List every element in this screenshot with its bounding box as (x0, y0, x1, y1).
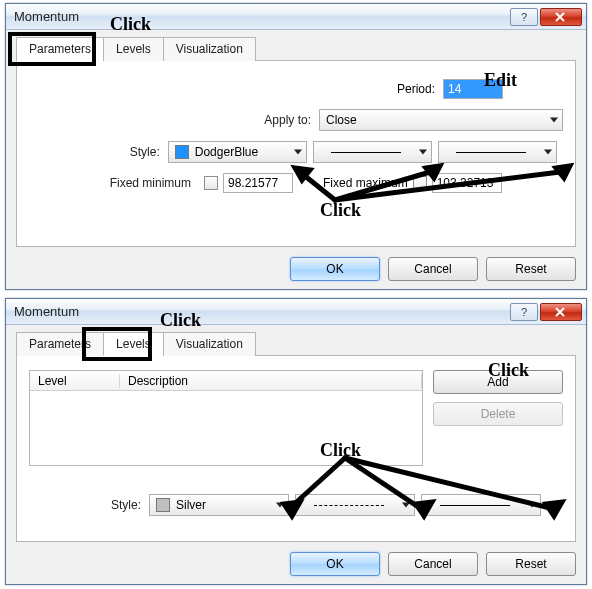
style-label: Style: (29, 498, 149, 512)
close-button[interactable] (540, 303, 582, 321)
period-label: Period: (397, 82, 435, 96)
line-solid-icon (440, 505, 510, 506)
dialog-buttons: OK Cancel Reset (16, 552, 576, 576)
window-title: Momentum (14, 9, 508, 24)
style-color-select[interactable]: DodgerBlue (168, 141, 307, 163)
help-button[interactable]: ? (510, 303, 538, 321)
style-line-width-select[interactable] (438, 141, 557, 163)
chevron-down-icon (402, 503, 410, 508)
momentum-dialog-parameters: Momentum ? Parameters Levels Visualizati… (5, 3, 587, 290)
levels-listview[interactable]: Level Description (29, 370, 423, 466)
close-icon (555, 307, 567, 317)
fixed-max-input[interactable] (432, 173, 502, 193)
reset-button[interactable]: Reset (486, 257, 576, 281)
window-title: Momentum (14, 304, 508, 319)
chevron-down-icon (550, 118, 558, 123)
close-icon (555, 12, 567, 22)
tab-levels[interactable]: Levels (103, 332, 164, 356)
chevron-down-icon (419, 150, 427, 155)
tab-parameters[interactable]: Parameters (16, 37, 104, 61)
chevron-down-icon (276, 503, 284, 508)
cancel-button[interactable]: Cancel (388, 552, 478, 576)
style-color-name: DodgerBlue (195, 145, 258, 159)
tab-bar: Parameters Levels Visualization (16, 36, 576, 61)
fixed-max-checkbox[interactable] (413, 176, 427, 190)
tab-levels[interactable]: Levels (103, 37, 164, 61)
tab-visualization[interactable]: Visualization (163, 37, 256, 61)
title-bar: Momentum ? (6, 299, 586, 325)
style-line-type-select[interactable] (313, 141, 432, 163)
line-solid-icon (331, 152, 401, 153)
ok-button[interactable]: OK (290, 257, 380, 281)
ok-button[interactable]: OK (290, 552, 380, 576)
help-button[interactable]: ? (510, 8, 538, 26)
tab-bar: Parameters Levels Visualization (16, 331, 576, 356)
tab-content-parameters: Period: Apply to: Close Style: DodgerBlu… (16, 61, 576, 247)
apply-to-value: Close (326, 113, 357, 127)
add-button[interactable]: Add (433, 370, 563, 394)
style-line-type-select[interactable] (295, 494, 415, 516)
close-button[interactable] (540, 8, 582, 26)
color-swatch-silver (156, 498, 170, 512)
chevron-down-icon (544, 150, 552, 155)
style-color-select[interactable]: Silver (149, 494, 289, 516)
momentum-dialog-levels: Momentum ? Parameters Levels Visualizati… (5, 298, 587, 585)
chevron-down-icon (294, 150, 302, 155)
chevron-down-icon (528, 503, 536, 508)
line-dashed-icon (314, 505, 384, 506)
levels-header: Level Description (30, 371, 422, 391)
style-line-width-select[interactable] (421, 494, 541, 516)
tab-content-levels: Level Description Add Delete Style: Silv… (16, 356, 576, 542)
delete-button[interactable]: Delete (433, 402, 563, 426)
title-bar: Momentum ? (6, 4, 586, 30)
style-color-name: Silver (176, 498, 206, 512)
fixed-min-checkbox[interactable] (204, 176, 218, 190)
color-swatch-dodgerblue (175, 145, 189, 159)
period-input[interactable] (443, 79, 503, 99)
dialog-buttons: OK Cancel Reset (16, 257, 576, 281)
fixed-min-input[interactable] (223, 173, 293, 193)
tab-visualization[interactable]: Visualization (163, 332, 256, 356)
col-level: Level (30, 374, 120, 388)
line-solid-icon (456, 152, 526, 153)
fixed-min-label: Fixed minimum (29, 176, 199, 190)
col-description: Description (120, 374, 422, 388)
cancel-button[interactable]: Cancel (388, 257, 478, 281)
fixed-max-label: Fixed maximum (323, 176, 408, 190)
apply-to-select[interactable]: Close (319, 109, 563, 131)
reset-button[interactable]: Reset (486, 552, 576, 576)
apply-to-label: Apply to: (29, 113, 319, 127)
style-label: Style: (29, 145, 168, 159)
tab-parameters[interactable]: Parameters (16, 332, 104, 356)
